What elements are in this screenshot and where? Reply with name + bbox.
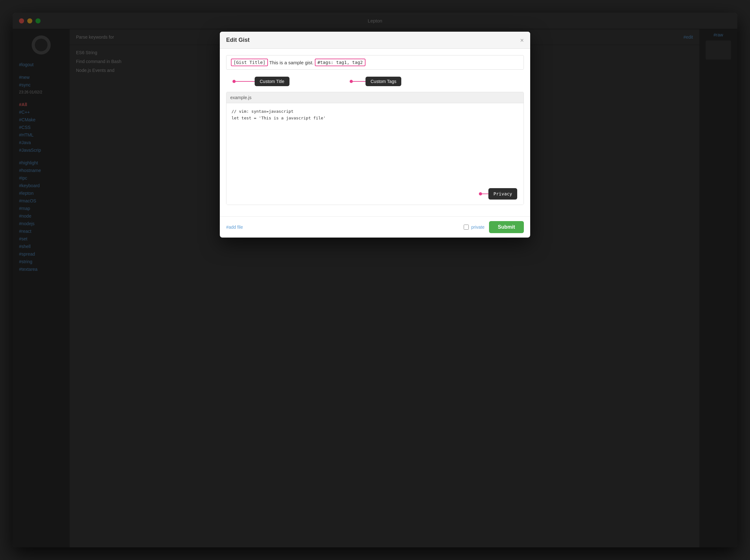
privacy-tooltip: Privacy bbox=[488, 188, 517, 200]
custom-tags-tooltip: Custom Tags bbox=[365, 77, 401, 86]
modal-header: Edit Gist × bbox=[220, 32, 530, 49]
modal-title: Edit Gist bbox=[226, 37, 249, 43]
private-checkbox-label[interactable]: private bbox=[464, 224, 485, 229]
modal-close-button[interactable]: × bbox=[520, 37, 524, 43]
file-header bbox=[226, 92, 524, 103]
tags-part: #tags: tag1, tag2 bbox=[315, 59, 365, 66]
file-name-input[interactable] bbox=[230, 95, 389, 100]
annotation-dot-tags bbox=[350, 80, 353, 83]
description-wrapper: [Gist Title] This is a sample gist. #tag… bbox=[226, 55, 524, 70]
annotation-dot-privacy bbox=[479, 192, 482, 196]
modal-body: [Gist Title] This is a sample gist. #tag… bbox=[220, 49, 530, 216]
annotation-dot-title bbox=[232, 80, 236, 83]
custom-tags-annotation: Custom Tags bbox=[350, 77, 401, 86]
annotation-line-title bbox=[236, 81, 255, 82]
file-section: // vim: syntax=javascript let test = 'Th… bbox=[226, 92, 524, 205]
private-label: private bbox=[471, 224, 485, 229]
add-file-link[interactable]: #add file bbox=[226, 224, 243, 229]
file-content-line2: let test = 'This is a javascript file' bbox=[231, 115, 519, 122]
submit-button[interactable]: Submit bbox=[489, 221, 524, 233]
file-content-line1: // vim: syntax=javascript bbox=[231, 108, 519, 115]
annotation-line-tags bbox=[353, 81, 365, 82]
text-part: This is a sample gist. bbox=[268, 60, 315, 65]
privacy-annotation: Privacy bbox=[479, 188, 517, 200]
edit-gist-modal: Edit Gist × [Gist Title] This is a sampl… bbox=[220, 32, 530, 238]
modal-footer: #add file private Submit bbox=[220, 216, 530, 238]
footer-right: private Submit bbox=[464, 221, 524, 233]
title-part: [Gist Title] bbox=[231, 59, 268, 66]
custom-title-tooltip: Custom Title bbox=[255, 77, 289, 86]
file-content-area[interactable]: // vim: syntax=javascript let test = 'Th… bbox=[226, 103, 524, 205]
modal-overlay: Edit Gist × [Gist Title] This is a sampl… bbox=[13, 13, 737, 547]
app-window: Lepton #logout #new #sync 23:26 01/02/2 … bbox=[13, 13, 737, 547]
annotation-line-privacy bbox=[482, 194, 488, 194]
custom-title-annotation: Custom Title bbox=[232, 77, 289, 86]
private-checkbox-input[interactable] bbox=[464, 224, 469, 229]
description-field[interactable]: [Gist Title] This is a sample gist. #tag… bbox=[226, 55, 524, 70]
